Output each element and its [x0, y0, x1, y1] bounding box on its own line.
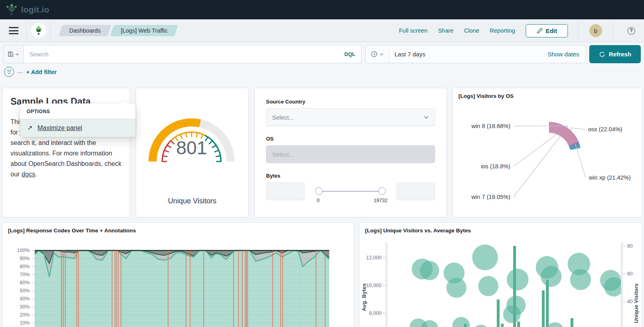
show-dates-button[interactable]: Show dates [541, 51, 586, 58]
source-country-select[interactable]: Select... [266, 108, 435, 126]
query-bar: DQL Last 7 days Show dates Refresh [3, 45, 641, 63]
refresh-button[interactable]: Refresh [589, 45, 641, 63]
clone-link[interactable]: Clone [464, 27, 479, 34]
panel-response-codes: [Logs] Response Codes Over Time + Annota… [2, 222, 354, 327]
slider-handle-max[interactable] [378, 187, 386, 195]
pencil-icon [537, 28, 543, 34]
expand-icon [27, 125, 33, 131]
os-select: Select... [266, 145, 435, 163]
chevron-down-icon [380, 52, 384, 56]
source-country-label: Source Country [266, 99, 435, 105]
dql-language-button[interactable]: DQL [341, 51, 355, 57]
help-icon[interactable]: ? [627, 27, 635, 35]
slider-min-value: 0 [317, 198, 320, 203]
svg-text:8,000: 8,000 [369, 310, 382, 316]
svg-text:80%: 80% [20, 264, 30, 269]
visitors-by-os-title: [Logs] Visitors by OS [458, 93, 514, 99]
slider-max-value: 19732 [374, 198, 388, 203]
gauge-title: Unique Visitors [136, 197, 248, 205]
panel-visitors-by-os: [Logs] Visitors by OS osx (22.04%)win xp… [452, 88, 642, 217]
svg-text:60: 60 [627, 271, 633, 277]
breadcrumb-current-dashboard[interactable]: [Logs] Web Traffic [112, 25, 176, 36]
svg-text:10%: 10% [20, 320, 30, 326]
panel-unique-visitors-gauge: 801 Unique Visitors [136, 88, 249, 217]
svg-text:win xp (21.42%): win xp (21.42%) [588, 174, 631, 181]
slider-track [319, 191, 382, 192]
svg-text:Unique Visitors: Unique Visitors [633, 284, 639, 323]
user-avatar[interactable]: b [589, 24, 602, 37]
top-brand-bar: logit.io [0, 0, 644, 19]
slider-handle-min[interactable] [315, 187, 323, 195]
bytes-min-input[interactable] [266, 182, 305, 200]
svg-text:30%: 30% [20, 304, 30, 310]
svg-text:50%: 50% [20, 288, 30, 294]
save-icon [8, 51, 14, 57]
bytes-range-slider: 0 19732 [315, 182, 386, 200]
nav-bar: Dashboards [Logs] Web Traffic Full scree… [0, 19, 644, 42]
logit-logo-icon [6, 4, 18, 16]
refresh-icon [599, 51, 605, 58]
svg-text:40%: 40% [20, 296, 30, 302]
saved-query-button[interactable] [3, 45, 23, 63]
svg-text:100%: 100% [17, 248, 30, 253]
search-box: DQL [23, 45, 361, 63]
brand-text: logit.io [21, 5, 49, 14]
svg-text:10,000: 10,000 [366, 283, 382, 288]
popover-heading: OPTIONS [20, 103, 136, 119]
svg-text:20%: 20% [20, 312, 30, 318]
response-codes-title: [Logs] Response Codes Over Time + Annota… [8, 228, 136, 234]
divider [613, 19, 613, 42]
svg-text:60%: 60% [20, 280, 30, 286]
svg-text:Avg. Bytes: Avg. Bytes [361, 283, 367, 311]
logit-logo[interactable]: logit.io [6, 4, 49, 16]
breadcrumb: Dashboards [Logs] Web Traffic [60, 25, 177, 36]
svg-text:40: 40 [627, 299, 633, 304]
svg-text:801: 801 [176, 137, 207, 158]
time-range-value[interactable]: Last 7 days [389, 51, 541, 58]
panel-visitors-vs-bytes: [Logs] Unique Visitors vs. Average Bytes… [359, 222, 642, 327]
visitors-vs-bytes-title: [Logs] Unique Visitors vs. Average Bytes [365, 228, 471, 234]
maximize-panel-menu-item[interactable]: Maximize panel [20, 119, 136, 137]
svg-text:osx (22.04%): osx (22.04%) [588, 126, 622, 132]
breadcrumb-dashboards[interactable]: Dashboards [60, 25, 109, 36]
response-codes-area-chart[interactable]: 100%90%80%70%60%50%40%30%20%10% [2, 223, 354, 327]
visitors-by-os-donut-chart[interactable]: osx (22.04%)win xp (21.42%)win 7 (19.05%… [453, 88, 642, 217]
search-input[interactable] [29, 51, 341, 58]
bytes-label: Bytes [266, 173, 435, 179]
svg-text:win 8 (18.68%): win 8 (18.68%) [471, 123, 510, 129]
app-logo-icon[interactable] [31, 23, 46, 38]
menu-hamburger-icon[interactable] [9, 27, 19, 34]
panel-options-popover: OPTIONS Maximize panel [20, 103, 136, 137]
svg-text:12,000: 12,000 [366, 255, 382, 261]
fullscreen-link[interactable]: Full screen [399, 27, 427, 34]
svg-text:win 7 (19.05%): win 7 (19.05%) [471, 194, 510, 200]
quick-select-button[interactable] [366, 46, 389, 63]
panel-input-controls: Source Country Select... OS Select... By… [254, 88, 447, 217]
visitors-vs-bytes-chart[interactable]: 12,00010,0008,0006,0004,000806040Avg. By… [359, 223, 642, 327]
divider [27, 19, 27, 42]
filter-bar: — + Add filter [4, 67, 57, 77]
add-filter-button[interactable]: + Add filter [26, 69, 57, 75]
divider [50, 19, 51, 42]
chevron-down-icon [15, 52, 19, 56]
reporting-link[interactable]: Reporting [490, 27, 515, 34]
chevron-down-icon [423, 114, 429, 120]
clock-icon [371, 51, 378, 58]
svg-text:90%: 90% [20, 256, 30, 261]
svg-text:80: 80 [627, 243, 633, 249]
date-picker: Last 7 days Show dates [365, 45, 586, 63]
docs-link[interactable]: docs [22, 171, 35, 178]
os-label: OS [266, 136, 435, 142]
filter-dash: — [17, 69, 23, 75]
filter-icon[interactable] [4, 67, 14, 77]
divider [578, 19, 579, 42]
share-link[interactable]: Share [438, 27, 454, 34]
svg-text:70%: 70% [20, 272, 30, 277]
svg-text:ios (18.8%): ios (18.8%) [481, 163, 510, 170]
bytes-max-input[interactable] [396, 182, 435, 200]
edit-button[interactable]: Edit [526, 24, 568, 37]
